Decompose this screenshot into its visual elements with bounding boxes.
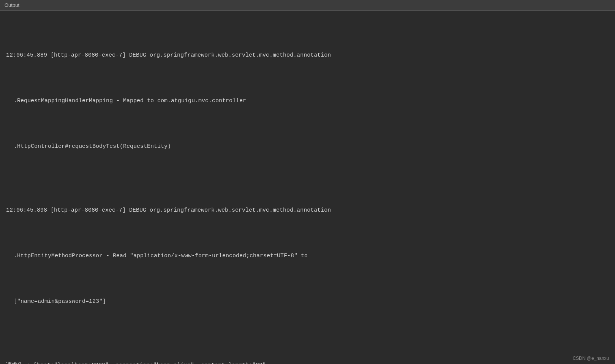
log-line-4: 12:06:45.898 [http-apr-8080-exec-7] DEBU…	[6, 206, 609, 215]
title-label: Output	[5, 2, 19, 8]
log-line-2: .RequestMappingHandlerMapping - Mapped t…	[6, 97, 609, 106]
output-area: 12:06:45.889 [http-apr-8080-exec-7] DEBU…	[0, 11, 615, 364]
log-line-3: .HttpController#requestBodyTest(RequestE…	[6, 142, 609, 151]
log-line-1: 12:06:45.889 [http-apr-8080-exec-7] DEBU…	[6, 51, 609, 60]
footer: CSDN @e_nanxu	[572, 356, 609, 361]
log-line-6: ["name=admin&password=123"]	[6, 297, 609, 306]
log-line-5: .HttpEntityMethodProcessor - Read "appli…	[6, 252, 609, 261]
title-bar: Output	[0, 0, 615, 11]
footer-text: CSDN @e_nanxu	[572, 356, 609, 361]
log-line-7: 请求头 : [host:"localhost:8080", connection…	[6, 361, 609, 364]
